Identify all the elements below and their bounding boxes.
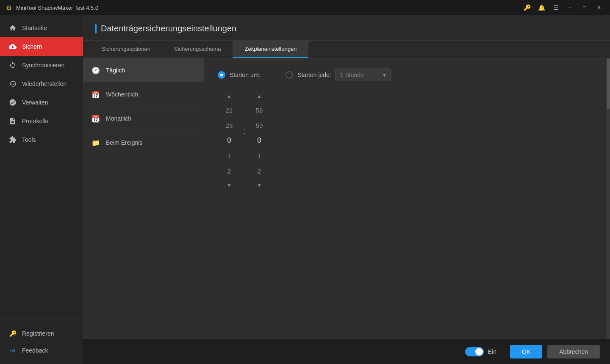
sidebar: Startseite Sichern Synchronisieren Wiede… [0, 15, 83, 364]
clock-icon: 🕐 [92, 66, 100, 74]
toggle-label: Ein [488, 348, 496, 355]
radio-start-at-circle[interactable] [218, 71, 225, 79]
minutes-column: ▲ 58 59 0 1 2 ▼ [248, 90, 271, 191]
right-scrollbar[interactable] [607, 58, 610, 339]
app-logo-icon: ⚙ [5, 4, 13, 11]
sidebar-label-sichern: Sichern [22, 43, 42, 50]
titlebar-controls: 🔑 🔔 ☰ ─ □ ✕ [521, 2, 605, 14]
schedule-item-monatlich[interactable]: 📆 Monatlich [83, 107, 204, 131]
sidebar-label-feedback: Feedback [22, 347, 48, 354]
sidebar-label-verwalten: Verwalten [22, 99, 48, 106]
time-picker-row: ▲ 22 23 0 1 2 ▼ : ▲ 58 [218, 90, 596, 191]
sidebar-label-registrieren: Registrieren [22, 330, 54, 337]
toggle-switch[interactable] [465, 347, 484, 356]
sidebar-item-tools[interactable]: Tools [0, 130, 83, 149]
chevron-down-icon: ▾ [383, 72, 386, 78]
sidebar-label-startseite: Startseite [22, 25, 47, 31]
calendar-week-icon: 📅 [92, 90, 100, 99]
page-title: Datenträgersicherungseinstellungen [95, 24, 598, 33]
sidebar-label-tools: Tools [22, 136, 36, 143]
schedule-label-monatlich: Monatlich [106, 115, 131, 122]
sidebar-item-verwalten[interactable]: Verwalten [0, 93, 83, 112]
key-sidebar-icon: 🔑 [8, 329, 17, 338]
hours-current[interactable]: 0 [218, 133, 241, 148]
hours-above2: 22 [218, 102, 241, 118]
toggle-thumb [475, 348, 483, 356]
hours-above1: 23 [218, 118, 241, 133]
home-icon [8, 24, 17, 32]
tabs-row: Sicherungsoptionen Sicherungsschema Zeit… [83, 41, 610, 58]
sidebar-item-registrieren[interactable]: 🔑 Registrieren [0, 325, 83, 342]
toggle-row: Ein [465, 347, 496, 356]
radio-row: Starten um: Starten jede: 1 Stunde ▾ [218, 69, 596, 81]
key-icon[interactable]: 🔑 [521, 2, 533, 14]
sidebar-item-synchronisieren[interactable]: Synchronisieren [0, 56, 83, 74]
minutes-down-arrow[interactable]: ▼ [248, 179, 271, 191]
logs-icon [8, 117, 17, 125]
minutes-above2: 58 [248, 102, 271, 118]
tab-zeitplaneinstellungen[interactable]: Zeitplaneinstellungen [233, 41, 308, 58]
titlebar-left: ⚙ MiniTool ShadowMaker Test 4.5.0 [5, 4, 98, 11]
schedule-item-beim-ereignis[interactable]: 📁 Beim Ereignis [83, 131, 204, 155]
schedule-item-taeglich[interactable]: 🕐 Täglich [83, 58, 204, 83]
app-title: MiniTool ShadowMaker Test 4.5.0 [16, 5, 98, 11]
menu-icon[interactable]: ☰ [550, 2, 562, 14]
schedule-label-taeglich: Täglich [106, 67, 125, 74]
radio-start-every[interactable]: Starten jede: 1 Stunde ▾ [286, 69, 390, 81]
cancel-button[interactable]: Abbrechen [547, 345, 600, 358]
hours-column: ▲ 22 23 0 1 2 ▼ [218, 90, 241, 191]
hours-up-arrow[interactable]: ▲ [218, 90, 241, 102]
time-panel: Starten um: Starten jede: 1 Stunde ▾ [204, 58, 610, 339]
sidebar-item-sichern[interactable]: Sichern [0, 37, 83, 56]
schedule-label-woechentlich: Wöchentlich [106, 91, 138, 98]
titlebar: ⚙ MiniTool ShadowMaker Test 4.5.0 🔑 🔔 ☰ … [0, 0, 610, 15]
main-layout: Startseite Sichern Synchronisieren Wiede… [0, 15, 610, 364]
sidebar-label-protokolle: Protokolle [22, 118, 48, 124]
radio-start-every-circle[interactable] [286, 71, 293, 79]
hours-down-arrow[interactable]: ▼ [218, 179, 241, 191]
tab-sicherungsschema[interactable]: Sicherungsschema [162, 41, 233, 58]
minutes-below2: 2 [248, 163, 271, 179]
calendar-month-icon: 📆 [92, 114, 100, 123]
schedule-item-woechentlich[interactable]: 📅 Wöchentlich [83, 83, 204, 107]
interval-dropdown: 1 Stunde ▾ [336, 69, 391, 81]
hours-below2: 2 [218, 163, 241, 179]
sidebar-item-protokolle[interactable]: Protokolle [0, 112, 83, 130]
content-area: Datenträgersicherungseinstellungen Siche… [83, 15, 610, 364]
maximize-button[interactable]: □ [579, 2, 591, 14]
minimize-button[interactable]: ─ [564, 2, 576, 14]
radio-start-every-label: Starten jede: [297, 72, 331, 78]
time-separator: : [241, 127, 248, 136]
minutes-current[interactable]: 0 [248, 133, 271, 148]
hours-below1: 1 [218, 148, 241, 163]
radio-start-at-label: Starten um: [230, 72, 260, 78]
sync-icon [8, 61, 17, 69]
page-header: Datenträgersicherungseinstellungen [83, 15, 610, 41]
ok-button[interactable]: OK [510, 345, 542, 358]
sidebar-item-feedback[interactable]: ✉ Feedback [0, 342, 83, 359]
minutes-up-arrow[interactable]: ▲ [248, 90, 271, 102]
sidebar-label-wiederherstellen: Wiederherstellen [22, 80, 67, 87]
bell-icon[interactable]: 🔔 [535, 2, 547, 14]
schedule-list: 🕐 Täglich 📅 Wöchentlich 📆 Monatlich 📁 Be… [83, 58, 204, 339]
sidebar-item-startseite[interactable]: Startseite [0, 19, 83, 37]
interval-value: 1 Stunde [340, 72, 364, 78]
backup-icon [8, 42, 17, 51]
close-button[interactable]: ✕ [593, 2, 605, 14]
tools-icon [8, 135, 17, 144]
minutes-below1: 1 [248, 148, 271, 163]
manage-icon [8, 98, 17, 107]
tab-sicherungsoptionen[interactable]: Sicherungsoptionen [90, 41, 162, 58]
sidebar-bottom: 🔑 Registrieren ✉ Feedback [0, 320, 83, 364]
sidebar-label-synchronisieren: Synchronisieren [22, 62, 64, 69]
scrollbar-thumb[interactable] [607, 58, 610, 109]
minutes-above1: 59 [248, 118, 271, 133]
sidebar-item-wiederherstellen[interactable]: Wiederherstellen [0, 74, 83, 93]
bottom-bar: Ein OK Abbrechen [83, 339, 610, 364]
restore-icon [8, 80, 17, 88]
radio-start-at[interactable]: Starten um: [218, 71, 260, 79]
sidebar-nav: Startseite Sichern Synchronisieren Wiede… [0, 15, 83, 320]
mail-icon: ✉ [8, 346, 17, 355]
folder-icon: 📁 [92, 138, 100, 147]
schedule-label-beim-ereignis: Beim Ereignis [106, 139, 142, 146]
